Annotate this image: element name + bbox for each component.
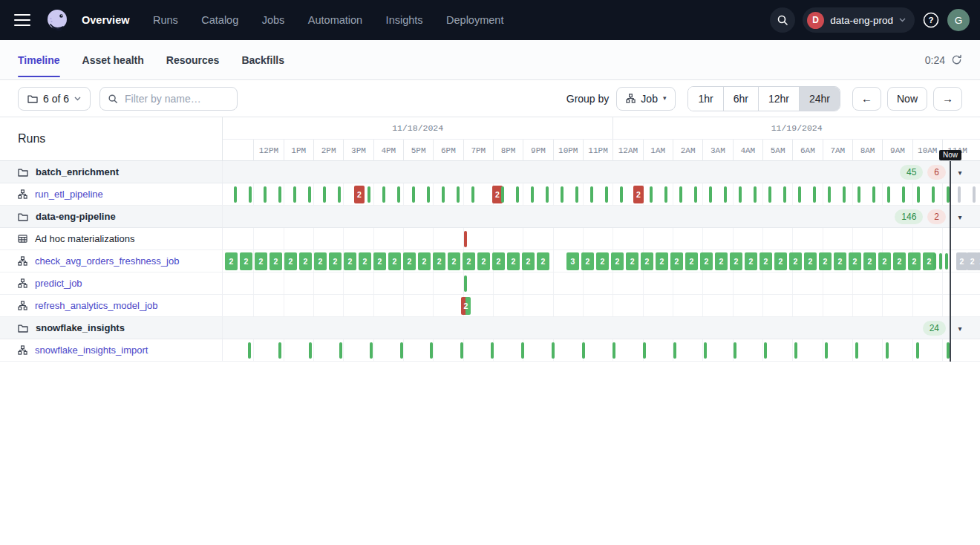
nav-catalog[interactable]: Catalog <box>201 14 238 26</box>
run-mark[interactable] <box>783 186 786 203</box>
group-by-select[interactable]: Job ▾ <box>616 87 676 111</box>
user-avatar[interactable]: G <box>947 9 970 31</box>
menu-button[interactable] <box>7 5 37 35</box>
scheduled-run-mark[interactable]: 2 <box>956 252 967 270</box>
run-mark[interactable] <box>308 186 311 203</box>
nav-runs[interactable]: Runs <box>153 14 178 26</box>
row-title[interactable]: predict_job <box>35 278 82 289</box>
run-mark[interactable]: 2 <box>596 252 609 270</box>
collapse-caret-button[interactable]: ▾ <box>952 320 968 336</box>
run-mark[interactable] <box>248 342 251 359</box>
run-mark[interactable]: 2 <box>359 252 371 270</box>
row-title[interactable]: snowflake_insights_import <box>35 345 148 356</box>
run-mark[interactable] <box>933 253 936 270</box>
run-mark[interactable] <box>620 186 623 203</box>
run-mark[interactable]: 2 <box>255 252 267 270</box>
run-mark[interactable] <box>460 342 463 359</box>
run-mark[interactable]: 2 <box>670 252 683 270</box>
run-mark[interactable] <box>643 342 646 359</box>
run-mark[interactable] <box>704 342 707 359</box>
run-mark[interactable]: 2 <box>299 252 312 270</box>
run-mark[interactable]: 2 <box>477 252 490 270</box>
collapse-caret-button[interactable]: ▾ <box>952 164 968 180</box>
run-mark[interactable] <box>798 186 801 203</box>
run-mark[interactable] <box>457 186 460 203</box>
refresh-icon[interactable] <box>951 54 962 65</box>
run-mark[interactable]: 2 <box>240 252 252 270</box>
filter-input[interactable] <box>123 92 229 105</box>
run-mark[interactable] <box>939 253 942 270</box>
run-mark[interactable] <box>516 186 519 203</box>
run-mark[interactable] <box>561 186 564 203</box>
run-mark[interactable]: 2 <box>745 252 757 270</box>
run-mark[interactable] <box>724 186 727 203</box>
nav-automation[interactable]: Automation <box>308 14 362 26</box>
run-mark[interactable]: 2 <box>804 252 817 270</box>
run-mark[interactable] <box>764 342 767 359</box>
run-mark[interactable] <box>546 186 549 203</box>
run-mark[interactable] <box>531 186 534 203</box>
failure-count-badge[interactable]: 2 <box>927 209 946 224</box>
run-mark[interactable] <box>552 342 555 359</box>
run-mark[interactable] <box>521 342 524 359</box>
run-mark[interactable] <box>825 342 828 359</box>
run-mark[interactable] <box>734 342 736 359</box>
success-count-badge[interactable]: 45 <box>900 165 923 180</box>
run-mark[interactable]: 2 <box>354 186 365 203</box>
run-mark[interactable]: 2 <box>789 252 802 270</box>
run-mark[interactable] <box>612 342 615 359</box>
run-mark[interactable] <box>917 186 920 203</box>
run-mark[interactable] <box>293 186 296 203</box>
page-back-button[interactable]: ← <box>852 87 881 111</box>
run-mark[interactable] <box>491 342 494 359</box>
run-mark[interactable] <box>650 186 653 203</box>
tab-backfills[interactable]: Backfills <box>241 40 284 79</box>
run-mark[interactable] <box>382 186 385 203</box>
row-title[interactable]: refresh_analytics_model_job <box>35 300 157 311</box>
run-mark[interactable] <box>575 186 578 203</box>
run-mark[interactable] <box>397 186 400 203</box>
range-1hr[interactable]: 1hr <box>688 87 722 111</box>
nav-jobs[interactable]: Jobs <box>262 14 285 26</box>
run-mark[interactable] <box>464 231 467 247</box>
run-mark[interactable]: 2 <box>403 252 416 270</box>
run-mark[interactable] <box>794 342 797 359</box>
run-mark[interactable] <box>886 342 889 359</box>
run-mark[interactable] <box>264 186 267 203</box>
run-mark[interactable] <box>843 186 846 203</box>
run-mark[interactable] <box>855 342 858 359</box>
run-mark[interactable]: 2 <box>730 252 742 270</box>
run-mark[interactable]: 2 <box>774 252 787 270</box>
run-mark[interactable] <box>234 186 237 203</box>
run-mark[interactable]: 2 <box>700 252 713 270</box>
run-mark[interactable] <box>828 186 831 203</box>
nav-insights[interactable]: Insights <box>386 14 423 26</box>
run-mark[interactable]: 3 <box>566 252 579 270</box>
run-mark[interactable]: 2 <box>849 252 861 270</box>
workspace-switcher[interactable]: D data-eng-prod <box>803 7 915 33</box>
run-mark[interactable] <box>694 186 697 203</box>
run-mark[interactable]: 2 <box>270 252 282 270</box>
run-mark[interactable] <box>501 186 504 203</box>
run-mark[interactable]: 2 <box>329 252 342 270</box>
row-title[interactable]: check_avg_orders_freshness_job <box>35 255 179 267</box>
run-mark[interactable] <box>249 186 252 203</box>
scheduled-run-mark[interactable] <box>958 186 961 203</box>
run-mark[interactable]: 2 <box>834 252 846 270</box>
run-mark[interactable]: 2 <box>641 252 653 270</box>
run-mark[interactable] <box>679 186 682 203</box>
run-mark[interactable]: 2 <box>819 252 832 270</box>
run-mark[interactable]: 2 <box>760 252 772 270</box>
run-mark[interactable]: 2 <box>344 252 356 270</box>
run-mark[interactable] <box>916 342 919 359</box>
run-mark[interactable] <box>605 186 608 203</box>
tab-timeline[interactable]: Timeline <box>18 40 60 79</box>
run-mark[interactable] <box>947 186 950 203</box>
run-mark[interactable] <box>309 342 312 359</box>
run-mark[interactable]: 2 <box>507 252 520 270</box>
run-mark[interactable]: 2 <box>418 252 431 270</box>
run-mark[interactable] <box>338 186 341 203</box>
run-mark[interactable]: 2 <box>448 252 460 270</box>
run-mark[interactable] <box>739 186 742 203</box>
run-mark[interactable] <box>932 186 935 203</box>
